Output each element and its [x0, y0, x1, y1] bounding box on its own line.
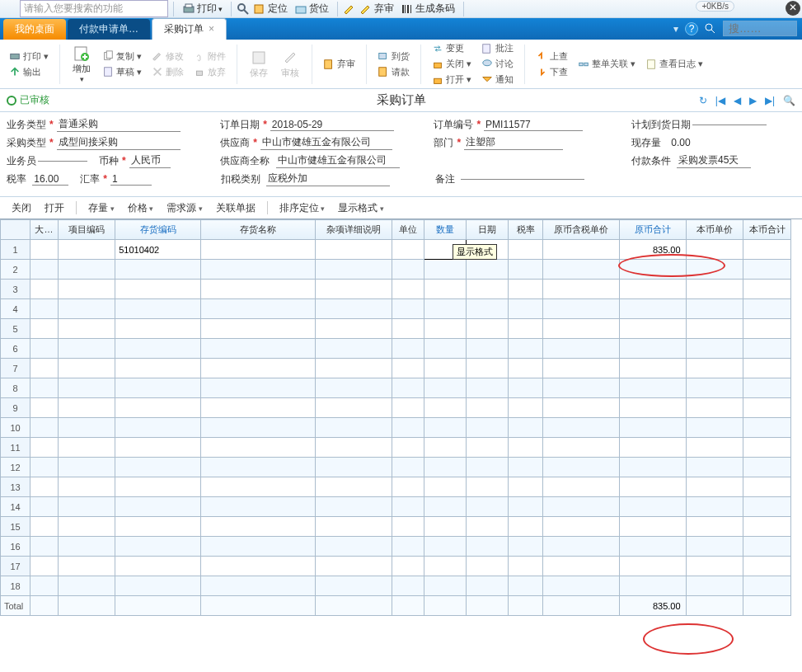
rb-discuss[interactable]: 讨论 [479, 57, 516, 71]
f-salesman[interactable] [38, 161, 87, 162]
svg-rect-21 [379, 54, 387, 59]
f-proctype[interactable]: 成型间接采购 [57, 135, 181, 150]
svg-rect-8 [407, 5, 409, 13]
top-inventory[interactable]: 货位 [291, 1, 332, 16]
nav-first[interactable]: |◀ [715, 95, 725, 106]
st-price[interactable]: 价格 [123, 200, 159, 217]
svg-rect-19 [253, 52, 265, 63]
f-supplier[interactable]: 中山市健雄五金有限公司 [260, 135, 392, 150]
rb-export[interactable]: 输出 [7, 65, 51, 79]
tab-search[interactable] [723, 21, 797, 36]
svg-point-10 [706, 24, 712, 31]
rb-draft[interactable]: 草稿 ▾ [100, 65, 144, 79]
table-row[interactable]: 12 [1, 458, 791, 477]
ribbon: 打印 ▾ 输出 增加▾ 复制 ▾ 草稿 ▾ 修改 删除 附件 放弃 保存 审核 … [0, 40, 802, 89]
svg-rect-22 [379, 68, 387, 77]
nav-prev[interactable]: ◀ [734, 95, 741, 106]
table-row[interactable]: 14 [1, 497, 791, 517]
table-row[interactable]: 13 [1, 477, 791, 497]
table-row[interactable]: 17 [1, 557, 791, 576]
rb-print[interactable]: 打印 ▾ [7, 49, 51, 63]
svg-line-3 [244, 10, 248, 14]
search-icon[interactable] [705, 23, 716, 35]
f-orderno[interactable]: PMI11577 [484, 119, 583, 131]
table-row[interactable]: 151010402835.00 [1, 240, 791, 260]
top-barcode[interactable]: 生成条码 [397, 1, 458, 16]
close-icon[interactable]: × [209, 23, 214, 35]
document-tabs: 我的桌面 付款申请单… 采购订单× ▾ ? [0, 18, 802, 40]
table-row[interactable]: 7 [1, 359, 791, 378]
rb-change[interactable]: 变更 [429, 41, 474, 55]
global-search[interactable]: 请输入您要搜索的功能 [20, 0, 168, 17]
f-taxclass[interactable]: 应税外加 [266, 172, 390, 186]
tab-po[interactable]: 采购订单× [152, 18, 227, 40]
tooltip: 显示格式 [453, 244, 497, 260]
table-row[interactable]: 6 [1, 339, 791, 359]
st-demand[interactable]: 需求源 [162, 200, 208, 217]
rb-close[interactable]: 关闭 ▾ [429, 57, 474, 71]
nav-zoom[interactable]: 🔍 [783, 95, 795, 106]
rb-approve[interactable]: 批注 [479, 41, 516, 55]
zoom-icon[interactable] [237, 2, 250, 16]
f-currency[interactable]: 人民币 [129, 153, 171, 168]
f-supplierfull[interactable]: 中山市健雄五金有限公司 [276, 153, 400, 168]
f-stock: 0.00 [669, 137, 743, 148]
svg-rect-25 [483, 44, 490, 53]
table-row[interactable]: 9 [1, 398, 791, 418]
f-plandate[interactable] [692, 125, 767, 125]
st-stock[interactable]: 存量 [83, 200, 120, 217]
rb-arrival[interactable]: 到货 [375, 49, 412, 63]
rb-request[interactable]: 请款 [375, 65, 412, 79]
st-open[interactable]: 打开 [40, 200, 69, 217]
rb-reject[interactable]: 弃审 [321, 57, 358, 71]
table-row[interactable]: 4 [1, 299, 791, 319]
dropdown-icon[interactable]: ▾ [673, 23, 678, 35]
top-print[interactable]: 打印 ▾ [179, 1, 226, 16]
table-row[interactable]: 5 [1, 319, 791, 339]
table-row[interactable]: 8 [1, 378, 791, 398]
close-app-button[interactable]: ✕ [786, 1, 800, 16]
table-row[interactable]: 15 [1, 517, 791, 537]
f-orderdate[interactable]: 2018-05-29 [270, 119, 394, 131]
f-biztype[interactable]: 普通采购 [57, 117, 181, 132]
table-row[interactable]: 10 [1, 418, 791, 438]
rb-open[interactable]: 打开 ▾ [429, 73, 474, 87]
help-button[interactable]: ? [685, 22, 698, 35]
table-row[interactable]: 11 [1, 438, 791, 458]
f-payterm[interactable]: 采购发票45天 [677, 153, 751, 168]
rb-copy[interactable]: 复制 ▾ [100, 49, 144, 63]
rb-add[interactable]: 增加▾ [68, 43, 95, 86]
grid[interactable]: 大… 项目编码 存货编码 存货名称 杂项详细说明 单位 数量 日期 税率 原币含… [0, 219, 802, 616]
nav-refresh[interactable]: ↻ [699, 95, 707, 106]
rb-next[interactable]: 下查 [533, 65, 570, 79]
rb-audit: 审核 [277, 47, 303, 82]
nav-next[interactable]: ▶ [749, 95, 757, 106]
rb-prev[interactable]: 上查 [533, 49, 570, 63]
top-locate[interactable]: 定位 [250, 1, 291, 16]
rb-notify[interactable]: 通知 [479, 73, 516, 87]
rb-delete: 删除 [149, 65, 186, 79]
svg-rect-17 [105, 68, 112, 77]
edit-icon[interactable] [343, 2, 356, 16]
rb-log[interactable]: 查看日志 ▾ [643, 57, 706, 71]
st-close[interactable]: 关闭 [7, 200, 36, 217]
top-reject[interactable]: 弃审 [356, 1, 397, 16]
f-taxrate[interactable]: 16.00 [32, 173, 68, 186]
svg-rect-5 [296, 7, 306, 13]
st-sort[interactable]: 排序定位 [274, 200, 331, 217]
f-remark[interactable] [461, 179, 584, 180]
table-row[interactable]: 2 [1, 260, 791, 280]
tab-desktop[interactable]: 我的桌面 [3, 19, 66, 40]
f-dept[interactable]: 注塑部 [464, 135, 563, 150]
nav-last[interactable]: ▶| [765, 95, 775, 106]
table-row[interactable]: 18 [1, 576, 791, 596]
f-exrate[interactable]: 1 [110, 173, 152, 186]
svg-line-11 [711, 30, 715, 33]
table-row[interactable]: 16 [1, 537, 791, 557]
rb-assoc[interactable]: 整单关联 ▾ [575, 57, 638, 71]
tab-pay[interactable]: 付款申请单… [68, 19, 150, 40]
st-assoc[interactable]: 关联单据 [211, 200, 260, 217]
st-format[interactable]: 显示格式 [333, 200, 389, 217]
annotation-ellipse-2 [643, 623, 734, 655]
table-row[interactable]: 3 [1, 280, 791, 299]
